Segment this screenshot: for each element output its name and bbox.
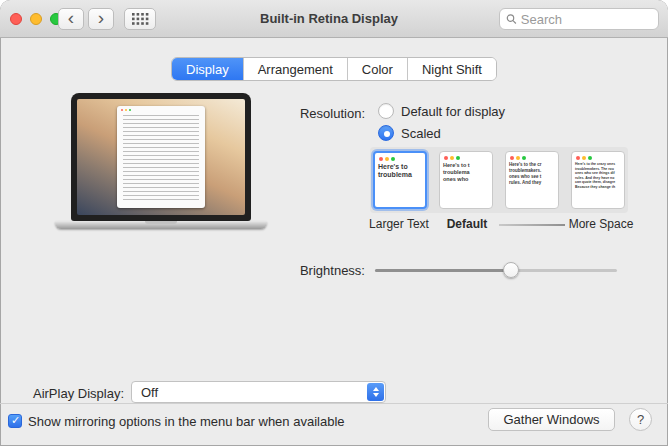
mini-window-text-lines xyxy=(123,115,199,202)
scale-option-default[interactable]: Here's to t troublema ones who xyxy=(439,151,493,209)
footer-divider xyxy=(0,403,668,404)
macbook-screen xyxy=(71,93,251,221)
dropdown-stepper-icon xyxy=(367,383,384,401)
radio-scaled-label: Scaled xyxy=(401,126,441,141)
macbook-mini-window xyxy=(117,106,205,208)
brightness-label: Brightness: xyxy=(245,263,365,278)
thumbnail-traffic-dots xyxy=(576,156,621,160)
scaled-resolution-options: Here's to troublema Here's to t troublem… xyxy=(370,147,628,213)
search-icon xyxy=(506,13,517,25)
resolution-option-default[interactable]: Default for display xyxy=(378,103,505,119)
mini-window-controls xyxy=(121,109,131,111)
macbook-display-illustration xyxy=(55,93,267,229)
radio-scaled[interactable] xyxy=(378,125,394,141)
back-button[interactable]: ‹ xyxy=(58,8,84,30)
window-title: Built-in Retina Display xyxy=(170,11,488,26)
minimize-button[interactable] xyxy=(30,13,42,25)
macbook-desktop-wallpaper xyxy=(77,99,245,215)
scale-option-larger-text[interactable]: Here's to troublema xyxy=(373,151,427,209)
search-input[interactable] xyxy=(521,12,652,27)
tab-bar: Display Arrangement Color Night Shift xyxy=(0,57,668,81)
resolution-label: Resolution: xyxy=(245,106,365,121)
thumbnail-sample-text: Here's to the crazy ones troublemakers. … xyxy=(575,162,621,189)
titlebar: ‹ › Built-in Retina Display xyxy=(0,0,668,38)
chevron-down-icon xyxy=(373,393,379,397)
macbook-base xyxy=(55,221,267,229)
label-larger-text: Larger Text xyxy=(369,217,429,231)
tab-display[interactable]: Display xyxy=(172,58,244,80)
forward-chevron-icon: › xyxy=(98,8,104,27)
chevron-up-icon xyxy=(373,387,379,391)
system-preferences-window: ‹ › Built-in Retina Display xyxy=(0,0,668,446)
airplay-selected-value: Off xyxy=(141,385,158,400)
thumbnail-sample-text: Here's to the cr troublemakers. ones who… xyxy=(509,162,555,185)
scale-option-more-space[interactable]: Here's to the crazy ones troublemakers. … xyxy=(571,151,625,209)
nav-buttons: ‹ › xyxy=(58,8,114,30)
tab-night-shift[interactable]: Night Shift xyxy=(408,58,496,80)
window-controls xyxy=(10,13,62,25)
mirroring-label: Show mirroring options in the menu bar w… xyxy=(28,414,345,429)
show-all-button[interactable] xyxy=(124,8,156,30)
airplay-dropdown[interactable]: Off xyxy=(131,381,386,403)
scale-option-mid[interactable]: Here's to the cr troublemakers. ones who… xyxy=(505,151,559,209)
tab-arrangement[interactable]: Arrangement xyxy=(244,58,348,80)
label-default: Default xyxy=(447,217,488,231)
resolution-option-scaled[interactable]: Scaled xyxy=(378,125,441,141)
brightness-knob[interactable] xyxy=(503,262,519,278)
grid-icon xyxy=(132,13,149,26)
tab-color[interactable]: Color xyxy=(348,58,408,80)
thumbnail-traffic-dots xyxy=(379,157,422,161)
search-field[interactable] xyxy=(499,8,659,30)
help-button[interactable]: ? xyxy=(629,408,652,431)
thumbnail-sample-text: Here's to t troublema ones who xyxy=(443,162,489,183)
gather-windows-button[interactable]: Gather Windows xyxy=(488,408,615,431)
close-button[interactable] xyxy=(10,13,22,25)
label-more-space: More Space xyxy=(569,217,634,231)
back-chevron-icon: ‹ xyxy=(68,8,74,27)
radio-default-label: Default for display xyxy=(401,104,505,119)
brightness-slider[interactable] xyxy=(375,262,617,278)
mirroring-checkbox[interactable] xyxy=(8,414,22,428)
brightness-fill xyxy=(375,269,511,272)
thumbnail-traffic-dots xyxy=(510,156,555,160)
scale-connector-line xyxy=(499,224,565,226)
thumbnail-sample-text: Here's to troublema xyxy=(378,163,422,180)
airplay-display-label: AirPlay Display: xyxy=(0,386,124,401)
macbook-notch xyxy=(145,221,177,224)
forward-button[interactable]: › xyxy=(88,8,114,30)
thumbnail-traffic-dots xyxy=(444,156,489,160)
radio-default-for-display[interactable] xyxy=(378,103,394,119)
